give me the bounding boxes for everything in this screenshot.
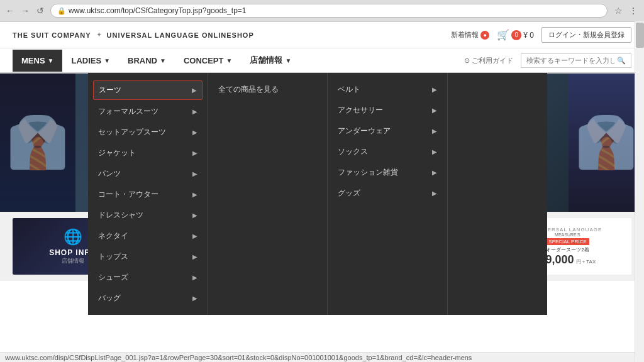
underwear-arrow: ▶ <box>432 128 437 134</box>
login-button[interactable]: ログイン・新規会員登録 <box>541 27 631 43</box>
dropdown-item-goods[interactable]: グッズ ▶ <box>328 183 447 204</box>
guide-label: ご利用ガイド <box>472 56 513 65</box>
necktie-arrow: ▶ <box>192 233 197 239</box>
dropdown-item-necktie[interactable]: ネクタイ ▶ <box>88 226 208 246</box>
cart-area[interactable]: 🛒 0 ¥ 0 <box>497 29 534 41</box>
underwear-label: アンダーウェア <box>338 126 391 136</box>
dress-shirt-label: ドレスシャツ <box>98 210 143 221</box>
cart-icon: 🛒 <box>497 29 509 41</box>
secure-icon: 🔒 <box>57 7 66 15</box>
accessories-label: アクセサリー <box>338 105 383 116</box>
dropdown-item-belt[interactable]: ベルト ▶ <box>328 79 447 100</box>
jacket-arrow: ▶ <box>192 150 197 156</box>
dropdown-menu: スーツ ▶ フォーマルスーツ ▶ セットアップスーツ ▶ ジャケット ▶ パンツ… <box>88 73 547 315</box>
dropdown-col-1: スーツ ▶ フォーマルスーツ ▶ セットアップスーツ ▶ ジャケット ▶ パンツ… <box>88 73 208 315</box>
dropdown-all-items[interactable]: 全ての商品を見る <box>208 79 328 100</box>
new-arrivals-count: ● <box>480 31 489 40</box>
dropdown-item-bag[interactable]: バッグ ▶ <box>88 288 208 309</box>
formal-label: フォーマルスーツ <box>98 106 158 117</box>
nav-brand-chevron: ▼ <box>160 57 166 64</box>
browser-toolbar: ← → ↺ 🔒 www.uktsc.com/top/CSfCategoryTop… <box>0 0 644 21</box>
suits-label: スーツ <box>99 85 121 96</box>
nav-mens-chevron: ▼ <box>48 57 54 64</box>
refresh-button[interactable]: ↺ <box>35 6 45 16</box>
status-text: www.uktsc.com/disp/CSfDispListPage_001.j… <box>5 354 472 361</box>
browser-actions: ☆ ⋮ <box>613 5 639 16</box>
socks-arrow: ▶ <box>432 148 437 155</box>
setup-arrow: ▶ <box>192 129 197 136</box>
dropdown-col-2: 全ての商品を見る <box>208 73 328 315</box>
belt-label: ベルト <box>338 84 360 95</box>
nav-ladies-chevron: ▼ <box>104 57 110 64</box>
forward-button[interactable]: → <box>20 6 30 16</box>
nav-store[interactable]: 店舗情報 ▼ <box>241 48 300 72</box>
pants-label: パンツ <box>98 168 121 179</box>
cart-total: ¥ 0 <box>523 31 534 40</box>
nav-concept-label: CONCEPT <box>184 56 224 65</box>
socks-label: ソックス <box>338 146 368 157</box>
nav-mens[interactable]: MENS ▼ <box>13 50 62 72</box>
dropdown-item-socks[interactable]: ソックス ▶ <box>328 141 447 162</box>
logo-separator: ✦ <box>96 31 102 39</box>
goods-label: グッズ <box>338 188 360 199</box>
fashion-misc-label: ファッション雑貨 <box>338 167 398 178</box>
menu-icon[interactable]: ⋮ <box>628 5 639 16</box>
dropdown-item-tops[interactable]: トップス ▶ <box>88 246 208 267</box>
header-top: THE SUIT COMPANY ✦ UNIVERSAL LANGUAGE ON… <box>0 22 644 48</box>
back-button[interactable]: ← <box>5 6 15 16</box>
guide-link[interactable]: ⊙ ご利用ガイド <box>464 56 513 65</box>
search-input[interactable] <box>526 57 614 64</box>
dropdown-item-accessories[interactable]: アクセサリー ▶ <box>328 100 447 121</box>
pants-arrow: ▶ <box>192 170 197 177</box>
shoes-arrow: ▶ <box>192 274 197 281</box>
dropdown-item-formal[interactable]: フォーマルスーツ ▶ <box>88 101 208 122</box>
logo-area: THE SUIT COMPANY ✦ UNIVERSAL LANGUAGE ON… <box>13 31 254 39</box>
search-icon[interactable]: 🔍 <box>617 57 626 65</box>
nav-right: ⊙ ご利用ガイド 🔍 <box>464 53 631 68</box>
special-measure: MEASURE'S <box>555 233 580 237</box>
globe-icon: 🌐 <box>64 228 82 246</box>
scrollbar[interactable] <box>635 21 644 362</box>
nav-store-label: 店舗情報 <box>250 55 282 66</box>
dropdown-item-pants[interactable]: パンツ ▶ <box>88 163 208 184</box>
dropdown-item-shoes[interactable]: シューズ ▶ <box>88 267 208 288</box>
dropdown-item-setup[interactable]: セットアップスーツ ▶ <box>88 122 208 143</box>
status-bar: www.uktsc.com/disp/CSfDispListPage_001.j… <box>0 352 644 362</box>
special-desc: オーダースーツ2着 <box>546 246 589 253</box>
coat-arrow: ▶ <box>192 191 197 198</box>
scrollbar-thumb[interactable] <box>636 23 644 48</box>
logo-sub: UNIVERSAL LANGUAGE ONLINESHOP <box>107 31 254 39</box>
nav-ladies[interactable]: LADIES ▼ <box>62 50 119 72</box>
dropdown-item-coat[interactable]: コート・アウター ▶ <box>88 184 208 205</box>
dropdown-suits-highlighted[interactable]: スーツ ▶ <box>93 80 203 100</box>
guide-circle-icon: ⊙ <box>464 57 470 65</box>
url-bar[interactable]: 🔒 www.uktsc.com/top/CSfCategoryTop.jsp?g… <box>50 4 608 18</box>
nav-ladies-label: LADIES <box>71 56 101 65</box>
bookmark-icon[interactable]: ☆ <box>613 5 624 16</box>
coat-label: コート・アウター <box>98 189 158 200</box>
formal-arrow: ▶ <box>192 108 197 115</box>
bag-arrow: ▶ <box>192 295 197 302</box>
nav-concept-chevron: ▼ <box>226 57 232 64</box>
dropdown-item-dress-shirt[interactable]: ドレスシャツ ▶ <box>88 205 208 226</box>
accessories-arrow: ▶ <box>432 107 437 114</box>
nav-concept[interactable]: CONCEPT ▼ <box>175 50 241 72</box>
goods-arrow: ▶ <box>432 190 437 197</box>
cart-count: 0 <box>511 30 521 40</box>
dropdown-col-3: ベルト ▶ アクセサリー ▶ アンダーウェア ▶ ソックス ▶ ファッション雑貨… <box>328 73 448 315</box>
fashion-misc-arrow: ▶ <box>432 169 437 176</box>
shop-info-subtitle: 店舗情報 <box>62 257 84 265</box>
nav-brand[interactable]: BRAND ▼ <box>119 50 175 72</box>
search-box[interactable]: 🔍 <box>521 53 631 68</box>
page-content: THE SUIT COMPANY ✦ UNIVERSAL LANGUAGE ON… <box>0 22 644 362</box>
hero-man-right-silhouette: 👔 <box>575 113 638 172</box>
new-arrivals-badge[interactable]: 新着情報 ● <box>451 30 489 40</box>
dress-shirt-arrow: ▶ <box>192 212 197 219</box>
dropdown-item-jacket[interactable]: ジャケット ▶ <box>88 143 208 163</box>
jacket-label: ジャケット <box>98 148 136 158</box>
dropdown-item-underwear[interactable]: アンダーウェア ▶ <box>328 121 447 141</box>
logo-main: THE SUIT COMPANY <box>13 31 91 39</box>
dropdown-item-fashion-misc[interactable]: ファッション雑貨 ▶ <box>328 162 447 183</box>
hero-man-right: 👔 <box>569 74 644 212</box>
tops-label: トップス <box>98 251 128 262</box>
